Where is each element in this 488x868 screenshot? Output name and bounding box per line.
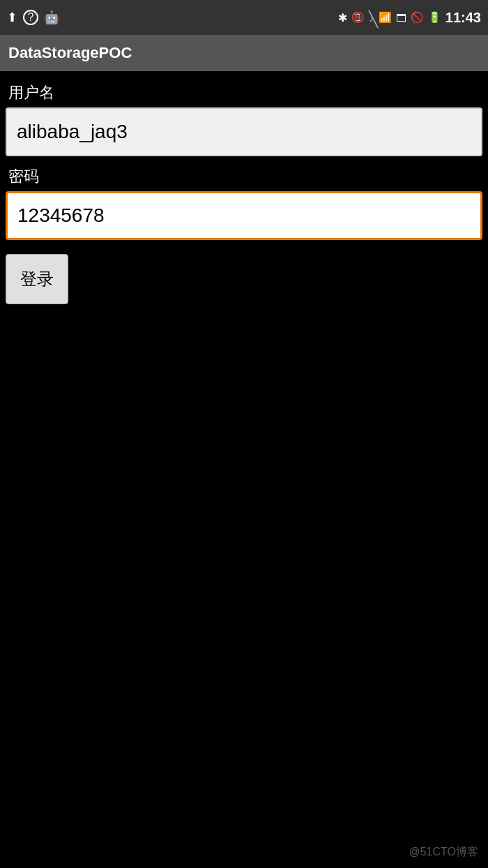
wifi-icon: 📶 xyxy=(379,11,392,24)
status-bar: ⬆ ? 🤖 ✱ 📵 ♪╲ 📶 🗖 🚫 🔋 11:43 xyxy=(0,0,488,35)
username-label: 用户名 xyxy=(6,82,482,103)
main-content: 用户名 密码 登录 xyxy=(0,71,488,315)
upload-icon: ⬆ xyxy=(7,10,17,25)
android-icon: 🤖 xyxy=(44,10,59,25)
password-label: 密码 xyxy=(6,166,482,187)
title-bar: DataStoragePOC xyxy=(0,35,488,71)
password-input[interactable] xyxy=(6,191,482,240)
status-time: 11:43 xyxy=(445,10,481,26)
bluetooth-icon: ✱ xyxy=(338,11,347,24)
username-input[interactable] xyxy=(6,107,482,156)
volume-icon: 📵 xyxy=(351,11,365,24)
status-bar-left-icons: ⬆ ? 🤖 xyxy=(7,10,59,25)
question-icon: ? xyxy=(23,10,38,25)
watermark: @51CTO博客 xyxy=(409,845,478,860)
battery-icon: 🔋 xyxy=(428,11,441,24)
status-bar-right-icons: ✱ 📵 ♪╲ 📶 🗖 🚫 🔋 11:43 xyxy=(338,10,481,26)
login-button[interactable]: 登录 xyxy=(6,254,68,304)
sim-icon: 🗖 xyxy=(396,12,406,24)
app-title: DataStoragePOC xyxy=(8,44,132,62)
music-icon: ♪╲ xyxy=(369,12,374,24)
no-signal-icon: 🚫 xyxy=(411,11,424,24)
